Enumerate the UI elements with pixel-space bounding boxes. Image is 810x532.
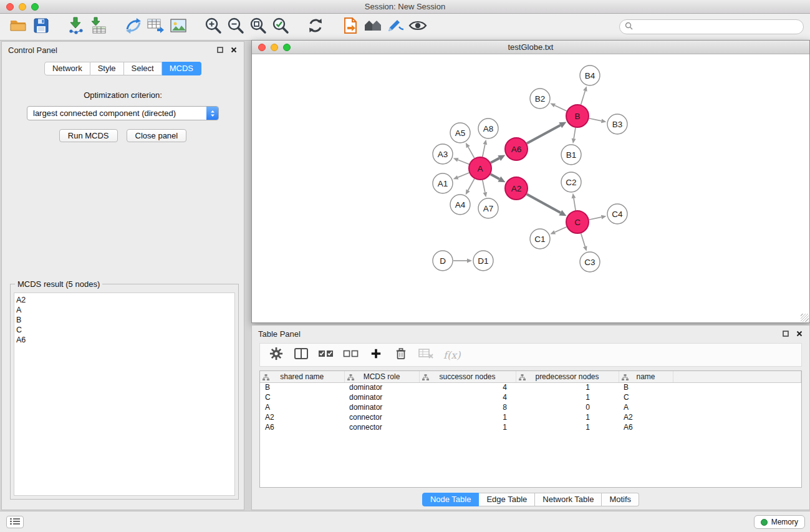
close-panel-icon[interactable] <box>229 45 239 55</box>
criterion-dropdown[interactable]: largest connected component (directed) <box>27 106 219 120</box>
mcds-result-item[interactable]: B <box>16 315 234 325</box>
table-cell[interactable]: 1 <box>516 422 619 432</box>
table-cell[interactable] <box>673 402 801 412</box>
graph-edge-B-B3[interactable] <box>589 118 602 121</box>
annotate-button[interactable] <box>384 16 407 38</box>
graph-node-A8[interactable]: A8 <box>478 118 498 138</box>
tab-motifs[interactable]: Motifs <box>602 493 639 506</box>
memory-button[interactable]: Memory <box>754 515 805 529</box>
home-button[interactable] <box>362 16 384 38</box>
table-cell[interactable]: A <box>619 402 673 412</box>
table-cell[interactable]: dominator <box>344 382 419 392</box>
graph-node-B2[interactable]: B2 <box>530 89 550 109</box>
graph-edge-C-C3[interactable] <box>581 233 586 246</box>
delete-column-button[interactable] <box>393 347 408 363</box>
mcds-result-item[interactable]: C <box>16 325 234 335</box>
table-cell[interactable]: A2 <box>260 412 344 422</box>
zoom-out-button[interactable] <box>224 16 247 38</box>
table-cell[interactable]: 8 <box>419 402 516 412</box>
table-cell[interactable]: 4 <box>419 382 516 392</box>
apply-layout-button[interactable] <box>304 16 327 38</box>
mcds-result-list[interactable]: A2ABCA6 <box>14 293 235 496</box>
graph-edge-B-B2[interactable] <box>555 105 567 111</box>
graph-node-D1[interactable]: D1 <box>473 251 493 271</box>
graph-node-A4[interactable]: A4 <box>450 195 470 215</box>
run-mcds-button[interactable]: Run MCDS <box>59 129 118 142</box>
export-network-button[interactable] <box>122 16 145 38</box>
table-cell[interactable]: 1 <box>516 392 619 402</box>
table-cell[interactable]: connector <box>344 422 419 432</box>
network-view[interactable]: B4B2BB3A8A5A6A3B1AA1C2A2A4A7C4CC1DD1C3 <box>252 54 809 322</box>
zoom-selected-button[interactable] <box>269 16 292 38</box>
mcds-result-item[interactable]: A2 <box>16 295 234 305</box>
table-cell[interactable] <box>673 382 801 392</box>
table-cell[interactable] <box>673 412 801 422</box>
graph-node-B4[interactable]: B4 <box>580 65 600 85</box>
zoom-in-button[interactable] <box>202 16 224 38</box>
save-session-button[interactable] <box>30 16 52 38</box>
tab-network[interactable]: Network <box>44 62 90 75</box>
tab-edge-table[interactable]: Edge Table <box>479 493 535 506</box>
graph-node-A[interactable]: A <box>469 157 491 180</box>
graph-edge-A-A4[interactable] <box>468 179 475 191</box>
search-field[interactable] <box>619 19 804 34</box>
graph-edge-C-C1[interactable] <box>555 227 567 233</box>
close-table-panel-icon[interactable] <box>794 329 804 339</box>
import-network-button[interactable] <box>65 16 87 38</box>
delete-table-button[interactable] <box>418 347 433 363</box>
table-mode-button[interactable] <box>269 347 284 363</box>
zoom-fit-button[interactable] <box>247 16 269 38</box>
network-graph[interactable]: B4B2BB3A8A5A6A3B1AA1C2A2A4A7C4CC1DD1C3 <box>252 54 809 322</box>
graph-edge-A-A3[interactable] <box>458 160 469 164</box>
export-table-button[interactable] <box>145 16 167 38</box>
graph-node-A3[interactable]: A3 <box>433 144 453 164</box>
graph-node-A6[interactable]: A6 <box>505 138 528 160</box>
table-cell[interactable]: A6 <box>260 422 344 432</box>
table-cell[interactable]: connector <box>344 412 419 422</box>
open-session-button[interactable] <box>7 16 30 38</box>
table-cell[interactable]: B <box>260 382 344 392</box>
graph-node-C3[interactable]: C3 <box>580 252 600 272</box>
column-header-mcds-role[interactable]: MCDS role <box>344 371 419 382</box>
table-cell[interactable] <box>673 422 801 432</box>
graph-node-A2[interactable]: A2 <box>505 177 528 200</box>
table-row[interactable]: A2connector11A2 <box>260 412 801 422</box>
network-close-button[interactable] <box>258 44 266 51</box>
table-cell[interactable]: 1 <box>516 382 619 392</box>
export-image-button[interactable] <box>167 16 190 38</box>
graph-node-C[interactable]: C <box>566 211 589 233</box>
network-window-titlebar[interactable]: testGlobe.txt <box>252 41 809 54</box>
table-cell[interactable]: 1 <box>419 412 516 422</box>
minimize-window-button[interactable] <box>19 3 26 11</box>
float-table-panel-icon[interactable] <box>781 329 791 339</box>
table-row[interactable]: Cdominator41C <box>260 392 801 402</box>
show-column-button[interactable] <box>294 347 309 363</box>
graph-node-C1[interactable]: C1 <box>530 229 550 249</box>
column-header-predecessor-nodes[interactable]: predecessor nodes <box>516 371 619 382</box>
graph-edge-A-A8[interactable] <box>483 144 485 157</box>
table-cell[interactable]: dominator <box>344 392 419 402</box>
table-cell[interactable]: 1 <box>419 422 516 432</box>
graph-node-C2[interactable]: C2 <box>561 172 581 192</box>
task-history-button[interactable] <box>6 516 24 528</box>
column-header-successor-nodes[interactable]: successor nodes <box>419 371 516 382</box>
table-cell[interactable]: B <box>619 382 673 392</box>
tab-mcds[interactable]: MCDS <box>162 62 201 75</box>
tab-network-table[interactable]: Network Table <box>535 493 602 506</box>
column-header-shared-name[interactable]: shared name <box>260 371 344 382</box>
graph-node-A7[interactable]: A7 <box>478 198 498 218</box>
table-cell[interactable]: A <box>260 402 344 412</box>
network-maximize-button[interactable] <box>283 44 291 51</box>
deselect-all-button[interactable] <box>344 347 359 363</box>
select-all-button[interactable] <box>319 347 334 363</box>
maximize-window-button[interactable] <box>31 3 39 11</box>
graph-edge-A-A1[interactable] <box>458 173 469 177</box>
graph-node-B3[interactable]: B3 <box>607 114 627 134</box>
import-table-button[interactable] <box>87 16 110 38</box>
search-input[interactable] <box>635 21 803 33</box>
graph-edge-C-C2[interactable] <box>574 198 576 211</box>
resize-grip[interactable] <box>801 314 809 322</box>
close-window-button[interactable] <box>6 3 14 11</box>
create-column-button[interactable] <box>369 347 383 363</box>
table-cell[interactable]: C <box>619 392 673 402</box>
